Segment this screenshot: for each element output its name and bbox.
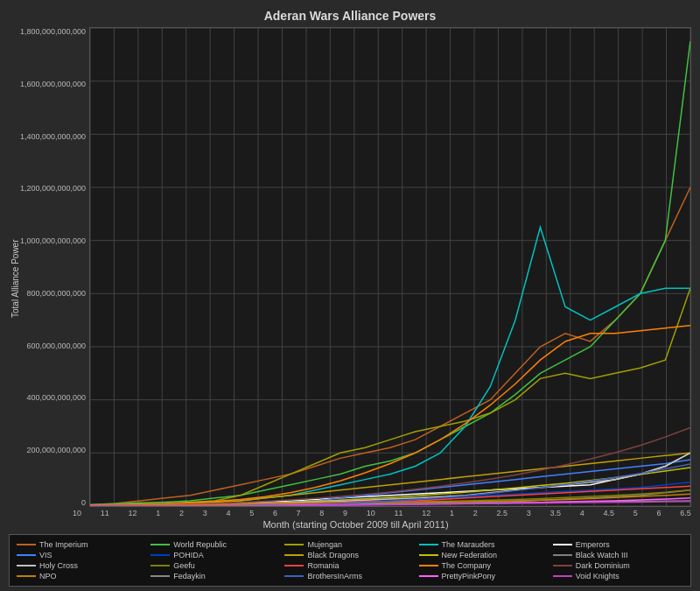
legend-label: Geefu bbox=[173, 561, 195, 570]
legend-color bbox=[284, 554, 304, 556]
y-tick: 1,200,000,000,000 bbox=[20, 184, 86, 193]
x-tick: 12 bbox=[128, 509, 136, 517]
legend-item: The Marauders bbox=[419, 540, 550, 549]
legend-color bbox=[284, 565, 304, 566]
x-tick: 2 bbox=[179, 509, 184, 517]
y-tick: 200,000,000,000 bbox=[27, 446, 87, 454]
legend-item: Black Watch III bbox=[553, 551, 683, 559]
legend-color bbox=[419, 554, 438, 556]
legend-color bbox=[150, 544, 170, 545]
x-tick: 10 bbox=[73, 509, 81, 517]
x-tick: 6.5 bbox=[680, 509, 691, 517]
legend-label: NPO bbox=[39, 572, 57, 580]
legend-label: Emperors bbox=[576, 540, 610, 549]
legend-label: Black Dragons bbox=[307, 551, 359, 559]
legend-color bbox=[17, 554, 36, 556]
legend-item: The Company bbox=[419, 561, 550, 570]
legend-item: New Federation bbox=[419, 551, 550, 559]
legend-label: Holy Cross bbox=[39, 561, 78, 570]
y-tick: 400,000,000,000 bbox=[27, 393, 87, 402]
y-tick: 600,000,000,000 bbox=[27, 341, 87, 350]
plot-area-container: 1,800,000,000,0001,600,000,000,0001,400,… bbox=[20, 27, 691, 507]
legend-item: Romania bbox=[284, 561, 415, 570]
legend-label: BrothersInArms bbox=[307, 572, 362, 580]
legend-item: VIS bbox=[17, 551, 147, 559]
y-tick: 1,000,000,000,000 bbox=[20, 236, 86, 245]
legend-color bbox=[284, 575, 304, 577]
legend-color bbox=[553, 575, 572, 577]
legend-color bbox=[553, 554, 572, 556]
y-tick: 1,600,000,000,000 bbox=[20, 80, 86, 88]
legend-item: Holy Cross bbox=[17, 561, 147, 570]
legend-item: Fedaykin bbox=[150, 572, 281, 580]
legend-color bbox=[17, 544, 36, 545]
x-tick: 11 bbox=[395, 509, 403, 517]
legend-label: PrettyPinkPony bbox=[442, 572, 496, 580]
legend-label: Void Knights bbox=[576, 572, 620, 580]
legend-label: The Marauders bbox=[442, 540, 495, 549]
legend-color bbox=[553, 544, 572, 545]
legend: The ImperiumWorld RepublicMujenganThe Ma… bbox=[9, 534, 691, 587]
legend-color bbox=[553, 565, 572, 566]
legend-color bbox=[419, 575, 438, 577]
y-axis-ticks: 1,800,000,000,0001,600,000,000,0001,400,… bbox=[20, 27, 89, 507]
x-tick: 9 bbox=[343, 509, 347, 517]
x-tick: 3 bbox=[203, 509, 207, 517]
chart-with-xaxis: 1,800,000,000,0001,600,000,000,0001,400,… bbox=[20, 27, 691, 530]
x-tick: 2.5 bbox=[496, 509, 508, 517]
legend-color bbox=[150, 565, 170, 566]
legend-item: Emperors bbox=[553, 540, 683, 549]
legend-label: Fedaykin bbox=[173, 572, 206, 580]
x-tick: 2 bbox=[473, 509, 478, 517]
plot-area bbox=[89, 27, 691, 507]
y-tick: 800,000,000,000 bbox=[27, 289, 87, 298]
legend-color bbox=[150, 554, 170, 556]
legend-item: The Imperium bbox=[17, 540, 147, 549]
legend-item: Mujengan bbox=[284, 540, 415, 549]
x-tick: 8 bbox=[319, 509, 324, 517]
y-axis-label: Total Alliance Power bbox=[9, 27, 20, 530]
legend-label: Black Watch III bbox=[576, 551, 628, 559]
legend-item: NPO bbox=[17, 572, 147, 580]
legend-item: Geefu bbox=[150, 561, 281, 570]
legend-color bbox=[17, 565, 36, 566]
x-tick: 10 bbox=[367, 509, 375, 517]
legend-label: The Imperium bbox=[39, 540, 88, 549]
chart-area: Total Alliance Power 1,800,000,000,0001,… bbox=[9, 27, 691, 530]
chart-container: Aderan Wars Alliance Powers Total Allian… bbox=[0, 0, 700, 591]
x-tick: 12 bbox=[422, 509, 430, 517]
legend-label: POHIDA bbox=[173, 551, 204, 559]
x-tick: 4 bbox=[226, 509, 230, 517]
legend-label: The Company bbox=[442, 561, 492, 570]
x-tick: 4 bbox=[580, 509, 584, 517]
legend-item: World Republic bbox=[150, 540, 281, 549]
y-tick: 0 bbox=[81, 498, 86, 507]
x-tick: 11 bbox=[101, 509, 109, 517]
y-tick: 1,800,000,000,000 bbox=[20, 27, 86, 36]
legend-item: Dark Dominium bbox=[553, 561, 683, 570]
x-tick: 4.5 bbox=[603, 509, 614, 517]
x-tick: 3 bbox=[527, 509, 531, 517]
x-tick: 5 bbox=[634, 509, 638, 517]
x-tick: 1 bbox=[450, 509, 454, 517]
legend-label: New Federation bbox=[442, 551, 498, 559]
x-tick: 3.5 bbox=[550, 509, 561, 517]
y-tick: 1,400,000,000,000 bbox=[20, 132, 86, 141]
legend-label: VIS bbox=[39, 551, 52, 559]
legend-color bbox=[150, 575, 170, 577]
x-axis: 101112123456789101112122.533.544.5566.5 bbox=[73, 507, 691, 517]
legend-item: Void Knights bbox=[553, 572, 683, 580]
x-tick: 6 bbox=[273, 509, 277, 517]
legend-color bbox=[284, 544, 304, 545]
x-tick: 5 bbox=[249, 509, 254, 517]
legend-item: Black Dragons bbox=[284, 551, 415, 559]
legend-item: PrettyPinkPony bbox=[419, 572, 550, 580]
x-tick: 1 bbox=[156, 509, 160, 517]
legend-item: BrothersInArms bbox=[284, 572, 415, 580]
x-axis-label: Month (starting October 2009 till April … bbox=[20, 517, 691, 530]
legend-label: Dark Dominium bbox=[576, 561, 630, 570]
x-tick: 7 bbox=[297, 509, 301, 517]
legend-item: POHIDA bbox=[150, 551, 281, 559]
legend-color bbox=[419, 544, 438, 545]
legend-color bbox=[17, 575, 36, 577]
